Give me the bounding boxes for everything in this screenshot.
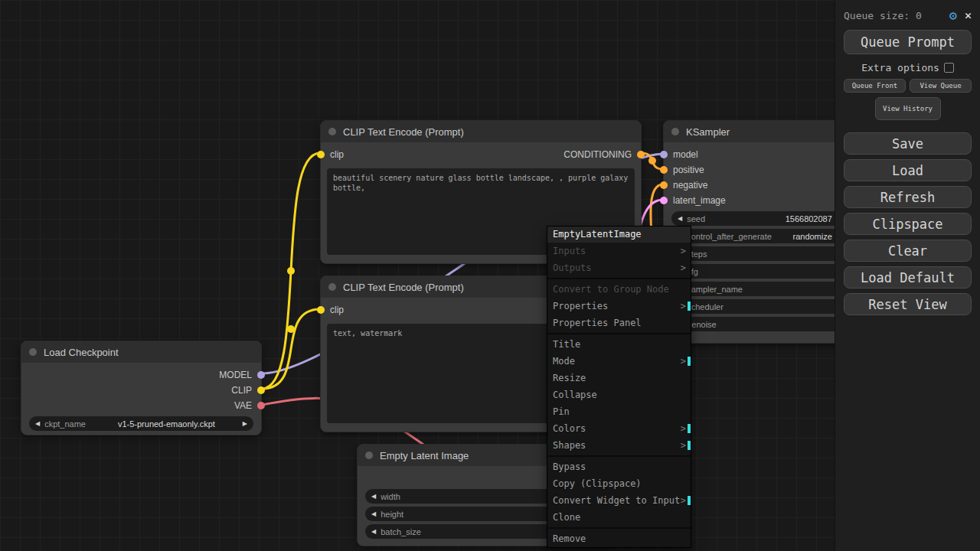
- scheduler-widget[interactable]: ◀ scheduler ▶: [671, 299, 848, 314]
- clip-output-label: CLIP: [231, 385, 252, 396]
- queue-buttons-row: Queue Front View Queue: [844, 79, 972, 93]
- vae-output-dot[interactable]: [257, 402, 265, 409]
- model-input-label: model: [673, 149, 698, 160]
- refresh-button[interactable]: Refresh: [844, 186, 972, 208]
- steps-widget[interactable]: ◀ steps ▶: [671, 246, 848, 261]
- clipspace-button[interactable]: Clipspace: [844, 213, 972, 235]
- menu-item-convert-widget-to-input[interactable]: Convert Widget to Input>: [547, 492, 691, 509]
- right-arrow-icon[interactable]: ▶: [243, 420, 247, 427]
- link-midpoint-dot: [287, 267, 295, 275]
- widget-label: height: [381, 510, 403, 519]
- close-icon[interactable]: ✕: [965, 8, 972, 22]
- widget-value: randomize: [792, 232, 831, 241]
- menu-item-colors[interactable]: Colors>: [547, 420, 691, 437]
- node-header[interactable]: Load Checkpoint: [21, 341, 261, 363]
- node-header[interactable]: CLIP Text Encode (Prompt): [321, 121, 641, 142]
- node-load-checkpoint[interactable]: Load Checkpoint MODEL CLIP VAE ◀ ckpt_na…: [21, 341, 262, 435]
- submenu-arrow-icon: >: [681, 298, 686, 315]
- menu-item-shapes[interactable]: Shapes>: [547, 437, 691, 454]
- menu-item-collapse[interactable]: Collapse: [547, 386, 691, 403]
- node-header[interactable]: KSampler: [664, 121, 855, 142]
- menu-item-pin[interactable]: Pin: [547, 403, 691, 420]
- widget-value: 1566802087: [786, 214, 832, 223]
- widget-label: scheduler: [687, 302, 724, 311]
- submenu-arrow-icon: >: [681, 243, 686, 259]
- node-title: CLIP Text Encode (Prompt): [343, 126, 464, 138]
- load-default-button[interactable]: Load Default: [844, 266, 972, 289]
- clip-output-dot[interactable]: [257, 386, 265, 394]
- clip-input-dot[interactable]: [317, 306, 325, 314]
- view-history-button[interactable]: View History: [875, 97, 941, 120]
- link-midpoint-dot: [287, 325, 295, 333]
- node-title: CLIP Text Encode (Prompt): [343, 282, 464, 293]
- collapse-dot[interactable]: [365, 452, 373, 459]
- left-arrow-icon[interactable]: ◀: [371, 510, 376, 517]
- collapse-dot[interactable]: [29, 348, 37, 356]
- negative-input-dot[interactable]: [660, 181, 668, 189]
- cfg-widget[interactable]: ◀ cfg ▶: [671, 264, 848, 279]
- queue-prompt-button[interactable]: Queue Prompt: [844, 30, 972, 54]
- clear-button[interactable]: Clear: [844, 240, 972, 262]
- menu-item-remove[interactable]: Remove: [547, 530, 691, 547]
- model-output-dot[interactable]: [257, 371, 265, 379]
- submenu-accent: [688, 441, 691, 450]
- view-queue-button[interactable]: View Queue: [910, 79, 972, 93]
- submenu-arrow-icon: >: [681, 492, 686, 509]
- collapse-dot[interactable]: [671, 128, 679, 135]
- settings-gear-icon[interactable]: ⚙: [949, 8, 957, 23]
- clip-input-label: clip: [330, 149, 344, 160]
- submenu-arrow-icon: >: [681, 437, 686, 454]
- clip-input-label: clip: [330, 305, 344, 315]
- latent-image-input-label: latent_image: [673, 195, 726, 206]
- left-arrow-icon[interactable]: ◀: [371, 528, 376, 535]
- widget-label: control_after_generate: [687, 232, 772, 241]
- model-output-label: MODEL: [219, 370, 252, 380]
- extra-options-checkbox[interactable]: [944, 63, 954, 73]
- left-arrow-icon[interactable]: ◀: [371, 493, 376, 500]
- context-menu-title: EmptyLatentImage: [547, 227, 691, 243]
- widget-label: sampler_name: [687, 285, 743, 294]
- positive-input-dot[interactable]: [660, 166, 668, 174]
- menu-item-outputs: Outputs>: [547, 259, 691, 276]
- node-ksampler[interactable]: KSampler model positive negative latent_…: [663, 120, 856, 344]
- menu-item-title[interactable]: Title: [547, 336, 691, 353]
- conditioning-output-dot[interactable]: [637, 151, 645, 158]
- node-context-menu: EmptyLatentImage Inputs> Outputs> Conver…: [547, 226, 691, 548]
- menu-item-properties[interactable]: Properties>: [547, 298, 691, 315]
- node-title: Empty Latent Image: [380, 450, 469, 461]
- menu-item-mode[interactable]: Mode>: [547, 353, 691, 370]
- latent-image-input-dot[interactable]: [660, 197, 668, 204]
- conditioning-output-label: CONDITIONING: [564, 149, 632, 160]
- model-input-dot[interactable]: [660, 151, 668, 158]
- node-title: KSampler: [686, 126, 730, 138]
- left-arrow-icon[interactable]: ◀: [35, 420, 40, 427]
- menu-item-bypass[interactable]: Bypass: [547, 458, 691, 475]
- widget-label: ckpt_name: [44, 419, 86, 429]
- widget-label: seed: [687, 214, 705, 223]
- link-midpoint-dot: [648, 157, 656, 165]
- control-after-generate-widget[interactable]: ◀ control_after_generate randomize ▶: [671, 229, 848, 243]
- menu-item-clone[interactable]: Clone: [547, 509, 691, 526]
- menu-item-resize[interactable]: Resize: [547, 370, 691, 386]
- queue-front-button[interactable]: Queue Front: [844, 79, 906, 93]
- reset-view-button[interactable]: Reset View: [844, 293, 972, 315]
- wire-clip-to-negative: [262, 309, 320, 389]
- vae-output-label: VAE: [234, 400, 252, 411]
- sampler-name-widget[interactable]: ◀ sampler_name ▶: [671, 282, 848, 296]
- slot-row: model: [664, 147, 855, 162]
- widget-label: batch_size: [381, 527, 421, 536]
- collapse-dot[interactable]: [328, 283, 336, 291]
- menu-item-copy-clipspace[interactable]: Copy (Clipspace): [547, 475, 691, 492]
- left-arrow-icon[interactable]: ◀: [678, 215, 682, 222]
- submenu-accent: [688, 357, 691, 366]
- menu-item-properties-panel[interactable]: Properties Panel: [547, 315, 691, 331]
- clip-input-dot[interactable]: [317, 151, 325, 158]
- denoise-widget[interactable]: ◀ denoise ▶: [671, 317, 848, 331]
- ckpt-name-widget[interactable]: ◀ ckpt_name v1-5-pruned-emaonly.ckpt ▶: [29, 416, 253, 431]
- seed-widget[interactable]: ◀ seed 1566802087 ▶: [671, 211, 848, 226]
- positive-input-label: positive: [673, 165, 704, 175]
- save-button[interactable]: Save: [844, 132, 972, 155]
- menu-item-convert-to-group-node: Convert to Group Node: [547, 281, 691, 298]
- load-button[interactable]: Load: [844, 159, 972, 181]
- collapse-dot[interactable]: [328, 128, 336, 135]
